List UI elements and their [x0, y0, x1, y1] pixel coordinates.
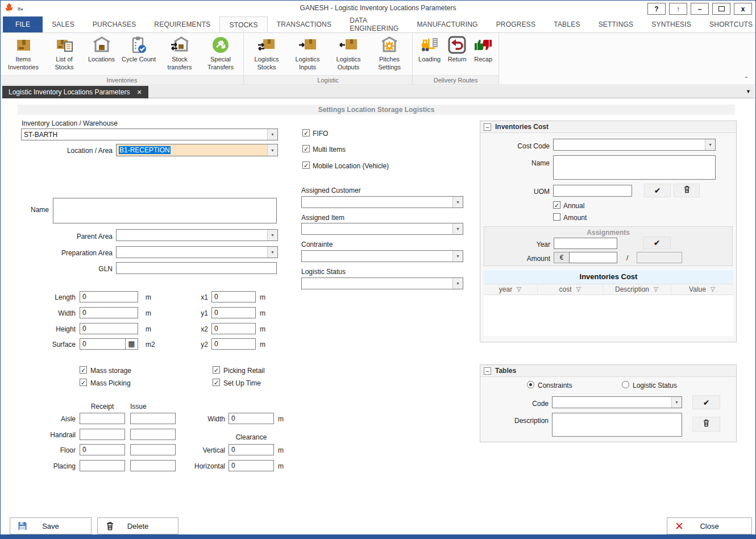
handrail-issue-field[interactable] — [130, 429, 176, 440]
y1-field[interactable] — [211, 307, 256, 318]
mass-picking-checkbox[interactable] — [80, 379, 87, 386]
tab-manufacturing[interactable]: MANUFACTURING — [408, 16, 487, 32]
dropdown-arrow-icon[interactable] — [267, 144, 277, 156]
dropdown-arrow-icon[interactable] — [452, 197, 463, 208]
floor-receipt-field[interactable] — [80, 444, 125, 455]
assigned-item-combo[interactable] — [301, 223, 463, 235]
description-field[interactable] — [552, 413, 682, 437]
collapse-panel-button[interactable]: – — [484, 123, 491, 131]
column-header-description[interactable]: Description — [603, 284, 671, 295]
tab-shortcuts[interactable]: SHORTCUTS — [700, 16, 756, 32]
tab-stocks[interactable]: STOCKS — [219, 16, 267, 32]
collapse-panel-button[interactable]: – — [484, 367, 491, 375]
list-of-stocks-button[interactable]: List of Stocks — [44, 35, 84, 72]
parent-area-combo[interactable] — [116, 229, 278, 241]
tab-settings[interactable]: SETTINGS — [589, 16, 643, 32]
document-tab[interactable]: Logistic Inventory Locations Parameters … — [2, 86, 148, 98]
stock-transfers-button[interactable]: Stock transfers — [160, 35, 200, 72]
location-area-combo[interactable]: B1-RECEPTION — [116, 144, 278, 156]
tab-synthesis[interactable]: SYNTHESIS — [642, 16, 700, 32]
dropdown-arrow-icon[interactable] — [671, 397, 682, 408]
tab-requirements[interactable]: REQUIREMENTS — [145, 16, 219, 32]
warehouse-combo[interactable]: ST-BARTH — [21, 128, 278, 140]
handrail-receipt-field[interactable] — [80, 429, 125, 440]
horizontal-field[interactable] — [229, 460, 274, 471]
width-field[interactable] — [80, 307, 138, 318]
close-window-button[interactable]: x — [734, 3, 752, 15]
year-field[interactable] — [554, 238, 617, 249]
tab-file[interactable]: FILE — [3, 16, 43, 32]
logistics-stocks-button[interactable]: Logistics Stocks — [247, 35, 286, 72]
x2-field[interactable] — [211, 323, 256, 334]
logistics-inputs-button[interactable]: Logistics Inputs — [288, 35, 327, 72]
tab-tables[interactable]: TABLES — [545, 16, 589, 32]
tab-data-engineering[interactable]: DATA ENGINEERING — [340, 16, 408, 32]
x1-field[interactable] — [211, 291, 256, 302]
column-header-year[interactable]: year — [484, 284, 538, 295]
tab-purchases[interactable]: PURCHASES — [84, 16, 145, 32]
tab-list-dropdown-icon[interactable]: ▼ — [746, 89, 751, 94]
popout-button[interactable]: ↑ — [669, 3, 687, 15]
help-button[interactable]: ? — [647, 3, 666, 15]
assignment-amount-field[interactable] — [569, 252, 617, 263]
surface-calculator-button[interactable]: ▦ — [125, 339, 138, 349]
dropdown-arrow-icon[interactable] — [452, 251, 463, 262]
column-header-value[interactable]: Value — [671, 284, 733, 295]
logistics-outputs-button[interactable]: Logistics Outputs — [329, 35, 368, 72]
floor-issue-field[interactable] — [130, 444, 176, 455]
dropdown-arrow-icon[interactable] — [267, 129, 277, 140]
tab-transactions[interactable]: TRANSACTIONS — [268, 16, 340, 32]
column-header-cost[interactable]: cost — [538, 284, 603, 295]
constraints-radio[interactable] — [527, 381, 534, 388]
set-up-time-checkbox[interactable] — [213, 379, 220, 386]
logistic-status-combo[interactable] — [301, 277, 463, 289]
uom-field[interactable] — [553, 185, 632, 197]
maximize-button[interactable] — [712, 3, 730, 15]
grid-body[interactable] — [484, 295, 733, 336]
special-transfers-button[interactable]: Special Transfers — [201, 35, 240, 72]
recap-button[interactable]: Recap — [471, 35, 496, 64]
cost-code-combo[interactable] — [553, 139, 716, 151]
dropdown-arrow-icon[interactable] — [267, 247, 277, 258]
assignment-validate-button[interactable]: ✔ — [643, 237, 671, 249]
minimize-button[interactable]: – — [691, 3, 709, 15]
cycle-count-button[interactable]: Cycle Count — [119, 35, 159, 64]
return-button[interactable]: Return — [445, 35, 470, 64]
loading-button[interactable]: Loading — [416, 35, 443, 64]
save-button[interactable]: Save — [10, 517, 92, 534]
mobile-location-checkbox[interactable] — [302, 161, 310, 169]
close-tab-icon[interactable]: ✕ — [136, 89, 142, 96]
logistic-status-radio[interactable] — [622, 381, 629, 388]
gln-field[interactable] — [116, 262, 277, 274]
dropdown-arrow-icon[interactable] — [452, 223, 463, 234]
cost-delete-button[interactable] — [674, 184, 700, 197]
length-field[interactable] — [80, 291, 138, 302]
mass-storage-checkbox[interactable] — [80, 366, 87, 374]
clearance-width-field[interactable] — [229, 413, 274, 424]
preparation-area-combo[interactable] — [116, 246, 278, 258]
table-validate-button[interactable]: ✔ — [692, 395, 720, 409]
table-delete-button[interactable] — [692, 417, 720, 432]
cost-validate-button[interactable]: ✔ — [644, 184, 671, 197]
placing-issue-field[interactable] — [130, 460, 176, 471]
tab-progress[interactable]: PROGRESS — [487, 16, 545, 32]
dropdown-arrow-icon[interactable] — [705, 139, 715, 150]
tab-sales[interactable]: SALES — [43, 16, 84, 32]
annual-checkbox[interactable] — [553, 201, 560, 209]
items-inventories-button[interactable]: Items Inventories — [3, 35, 43, 72]
vertical-field[interactable] — [229, 444, 274, 455]
dropdown-arrow-icon[interactable] — [267, 230, 277, 241]
contrainte-combo[interactable] — [301, 250, 463, 262]
amount-checkbox[interactable] — [553, 213, 560, 221]
picking-retail-checkbox[interactable] — [213, 366, 220, 374]
pitches-settings-button[interactable]: Pitches Settings — [369, 35, 409, 72]
code-combo[interactable] — [552, 396, 682, 408]
delete-button[interactable]: Delete — [97, 517, 178, 534]
cost-name-field[interactable] — [553, 155, 716, 180]
placing-receipt-field[interactable] — [80, 460, 125, 471]
height-field[interactable] — [80, 323, 138, 334]
dropdown-arrow-icon[interactable] — [452, 278, 463, 289]
name-field[interactable] — [53, 198, 277, 223]
aisle-issue-field[interactable] — [130, 413, 176, 424]
fifo-checkbox[interactable] — [302, 129, 310, 136]
